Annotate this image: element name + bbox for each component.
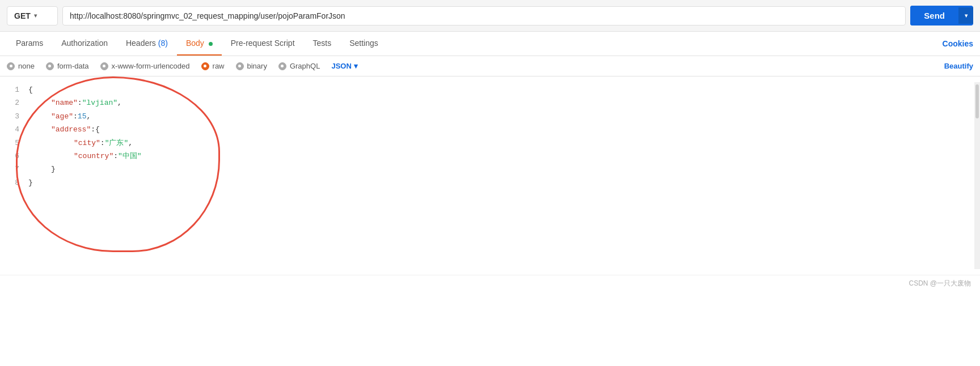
line-numbers: 1 2 3 4 5 6 7 8 xyxy=(0,82,28,269)
scrollbar-track[interactable] xyxy=(974,82,980,269)
tab-headers[interactable]: Headers (8) xyxy=(117,32,177,56)
line-num-8: 8 xyxy=(0,176,19,189)
code-line-2: "name" : "lvjian" , xyxy=(28,96,974,109)
tab-body[interactable]: Body xyxy=(177,32,222,56)
line-num-4: 4 xyxy=(0,123,19,136)
code-editor[interactable]: { "name" : "lvjian" , "age" : 15 , "addr… xyxy=(28,82,974,269)
send-label: Send xyxy=(910,6,958,25)
tab-params[interactable]: Params xyxy=(7,32,52,56)
json-chevron-icon: ▾ xyxy=(354,62,358,70)
tab-pre-request-script[interactable]: Pre-request Script xyxy=(222,32,304,56)
code-line-5: "city" : "广东" , xyxy=(28,137,974,150)
headers-badge: (8) xyxy=(158,39,168,48)
tab-settings[interactable]: Settings xyxy=(340,32,387,56)
option-none[interactable]: none xyxy=(7,62,35,70)
body-active-dot xyxy=(209,42,213,46)
code-line-4: "address" :{ xyxy=(28,123,974,136)
radio-form-data[interactable] xyxy=(46,62,54,70)
footer-credit: CSDN @一只大废物 xyxy=(909,279,971,288)
method-selector[interactable]: GET ▾ xyxy=(7,6,58,25)
line-num-6: 6 xyxy=(0,150,19,163)
line-num-2: 2 xyxy=(0,96,19,109)
body-options-row: none form-data x-www-form-urlencoded raw… xyxy=(0,56,980,76)
tab-authorization[interactable]: Authorization xyxy=(52,32,117,56)
method-chevron-icon: ▾ xyxy=(34,12,37,19)
tabs-row: Params Authorization Headers (8) Body Pr… xyxy=(0,32,980,56)
radio-binary[interactable] xyxy=(236,62,244,70)
cookies-button[interactable]: Cookies xyxy=(943,32,973,55)
json-type-dropdown[interactable]: JSON ▾ xyxy=(331,62,357,70)
send-arrow-icon[interactable]: ▾ xyxy=(958,7,973,24)
code-line-7: } xyxy=(28,163,974,176)
code-line-8: } xyxy=(28,176,974,189)
editor-area: 1 2 3 4 5 6 7 8 { "name" : "lvjian" , "a… xyxy=(0,76,980,275)
code-line-3: "age" : 15 , xyxy=(28,110,974,123)
option-binary[interactable]: binary xyxy=(236,62,267,70)
line-num-5: 5 xyxy=(0,137,19,150)
radio-urlencoded[interactable] xyxy=(100,62,108,70)
url-input[interactable] xyxy=(62,6,906,25)
option-raw[interactable]: raw xyxy=(201,62,225,70)
radio-none[interactable] xyxy=(7,62,15,70)
scrollbar-thumb[interactable] xyxy=(975,84,979,118)
option-urlencoded[interactable]: x-www-form-urlencoded xyxy=(100,62,190,70)
line-num-1: 1 xyxy=(0,83,19,96)
footer: CSDN @一只大废物 xyxy=(0,275,980,292)
send-button[interactable]: Send ▾ xyxy=(910,6,973,25)
line-num-7: 7 xyxy=(0,163,19,176)
code-line-1: { xyxy=(28,83,974,96)
code-line-6: "country" : "中国" xyxy=(28,150,974,163)
option-form-data[interactable]: form-data xyxy=(46,62,89,70)
line-num-3: 3 xyxy=(0,110,19,123)
radio-graphql[interactable] xyxy=(278,62,286,70)
tab-tests[interactable]: Tests xyxy=(304,32,341,56)
method-label: GET xyxy=(14,11,31,20)
radio-raw[interactable] xyxy=(201,62,209,70)
option-graphql[interactable]: GraphQL xyxy=(278,62,320,70)
url-bar: GET ▾ Send ▾ xyxy=(0,0,980,32)
beautify-button[interactable]: Beautify xyxy=(944,62,973,70)
